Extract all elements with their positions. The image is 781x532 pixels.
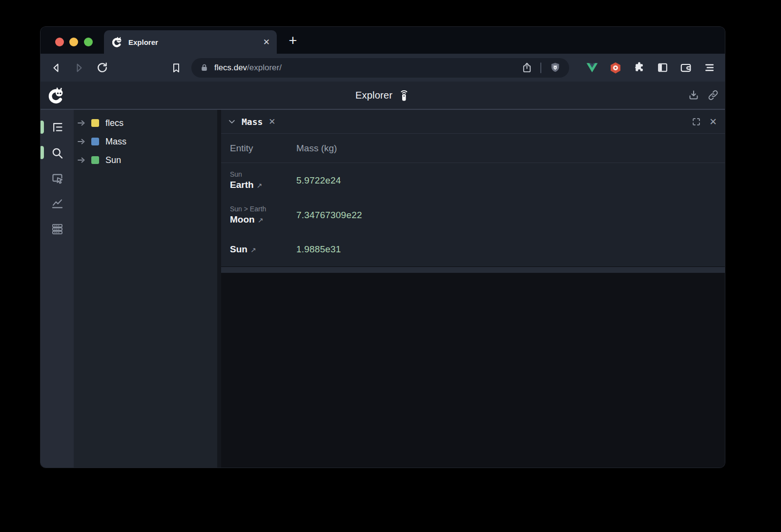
forward-button[interactable] bbox=[72, 61, 86, 75]
chevron-down-icon[interactable] bbox=[227, 117, 237, 126]
horizontal-resize-handle[interactable] bbox=[221, 266, 725, 273]
page-title: Explorer bbox=[355, 90, 392, 101]
open-entity-icon[interactable]: ↗ bbox=[258, 216, 264, 224]
column-header-mass: Mass (kg) bbox=[296, 143, 337, 154]
icon-sidebar bbox=[41, 110, 74, 468]
tree-item-label: Mass bbox=[105, 137, 126, 147]
url-path: /explorer/ bbox=[247, 63, 282, 72]
entity-tree-panel: flecs Mass Sun bbox=[74, 110, 217, 468]
entity-cell: Sun↗ bbox=[230, 243, 296, 256]
open-entity-icon[interactable]: ↗ bbox=[257, 182, 263, 189]
entity-parent-path: Sun bbox=[230, 170, 296, 179]
sidebar-item-search[interactable] bbox=[41, 140, 74, 165]
divider bbox=[540, 62, 541, 73]
tree-item-mass[interactable]: Mass bbox=[74, 132, 217, 151]
browser-tab-explorer[interactable]: Explorer ✕ bbox=[104, 30, 277, 54]
query-panel-close-button[interactable]: ✕ bbox=[709, 116, 717, 127]
sidebar-panel-icon[interactable] bbox=[656, 61, 669, 75]
minimize-window-button[interactable] bbox=[69, 38, 78, 46]
fullscreen-icon[interactable] bbox=[692, 117, 701, 126]
navigation-bar: flecs.dev/explorer/ bbox=[41, 54, 725, 82]
query-tab-label[interactable]: Mass bbox=[242, 117, 263, 127]
expand-arrow-icon[interactable] bbox=[77, 157, 87, 163]
entity-color-swatch bbox=[91, 156, 99, 164]
zoom-window-button[interactable] bbox=[84, 38, 93, 46]
table-row[interactable]: Sun Earth↗ 5.9722e24 bbox=[221, 163, 725, 198]
lock-icon bbox=[200, 63, 208, 72]
module-color-swatch bbox=[91, 119, 99, 127]
vue-devtools-icon[interactable] bbox=[585, 61, 599, 75]
table-row[interactable]: Sun > Earth Moon↗ 7.34767309e22 bbox=[221, 198, 725, 232]
entity-link[interactable]: Sun↗ bbox=[230, 243, 296, 256]
url-text: flecs.dev/explorer/ bbox=[214, 63, 282, 73]
flecs-favicon bbox=[111, 36, 123, 48]
search-icon bbox=[51, 146, 64, 160]
extensions-row bbox=[585, 61, 725, 75]
memory-rows-icon bbox=[51, 223, 64, 236]
column-header-entity: Entity bbox=[230, 143, 296, 154]
tree-item-label: flecs bbox=[105, 118, 123, 128]
sidebar-item-tree-view[interactable] bbox=[41, 115, 74, 140]
sidebar-item-chart[interactable] bbox=[41, 191, 74, 216]
component-color-swatch bbox=[91, 138, 99, 145]
panel-divider[interactable] bbox=[217, 110, 221, 468]
entity-cell: Sun > Earth Moon↗ bbox=[230, 205, 296, 226]
query-tab-header: Mass ✕ ✕ bbox=[221, 110, 725, 134]
reload-button[interactable] bbox=[95, 61, 109, 75]
entity-link[interactable]: Earth↗ bbox=[230, 179, 296, 192]
inspect-icon bbox=[51, 172, 64, 185]
brave-shield-icon[interactable] bbox=[549, 61, 561, 74]
browser-window: Explorer ✕ + flecs.dev/explorer/ bbox=[41, 27, 725, 468]
app-title-block: Explorer bbox=[41, 89, 725, 102]
main-panel: Mass ✕ ✕ Entity Mass (kg) Sun bbox=[221, 110, 725, 468]
mass-value: 5.9722e24 bbox=[296, 175, 341, 186]
tab-close-button[interactable]: ✕ bbox=[263, 38, 270, 46]
open-entity-icon[interactable]: ↗ bbox=[250, 246, 256, 254]
url-domain: flecs.dev bbox=[214, 63, 247, 72]
entity-link[interactable]: Moon↗ bbox=[230, 213, 296, 226]
tree-item-label: Sun bbox=[105, 155, 121, 165]
expand-arrow-icon[interactable] bbox=[77, 139, 87, 144]
tree-item-flecs[interactable]: flecs bbox=[74, 114, 217, 132]
tree-view-icon bbox=[51, 121, 64, 134]
hexagon-extension-icon[interactable] bbox=[609, 61, 622, 75]
query-results-panel: Mass ✕ ✕ Entity Mass (kg) Sun bbox=[221, 110, 725, 266]
sidebar-item-memory-rows[interactable] bbox=[41, 216, 74, 242]
table-row[interactable]: Sun↗ 1.9885e31 bbox=[221, 232, 725, 266]
mass-value: 1.9885e31 bbox=[296, 244, 341, 255]
sidebar-item-inspect[interactable] bbox=[41, 165, 74, 191]
table-header-row: Entity Mass (kg) bbox=[221, 134, 725, 163]
remote-connection-icon[interactable] bbox=[398, 89, 410, 102]
wallet-icon[interactable] bbox=[679, 61, 693, 75]
query-panel-actions: ✕ bbox=[692, 116, 717, 127]
mass-value: 7.34767309e22 bbox=[296, 210, 362, 221]
new-tab-button[interactable]: + bbox=[285, 32, 301, 49]
back-button[interactable] bbox=[49, 61, 63, 75]
entity-cell: Sun Earth↗ bbox=[230, 170, 296, 192]
menu-hamburger-icon[interactable] bbox=[702, 61, 716, 75]
query-tab-close-button[interactable]: ✕ bbox=[268, 117, 275, 127]
app-header: Explorer bbox=[41, 82, 725, 110]
bookmark-icon[interactable] bbox=[169, 61, 183, 75]
sidebar-active-indicator bbox=[41, 121, 44, 134]
expand-arrow-icon[interactable] bbox=[77, 120, 87, 126]
empty-canvas-area bbox=[221, 273, 725, 468]
tab-title: Explorer bbox=[128, 38, 263, 46]
url-bar[interactable]: flecs.dev/explorer/ bbox=[191, 58, 569, 78]
content-area: flecs Mass Sun bbox=[41, 110, 725, 468]
share-icon[interactable] bbox=[521, 62, 533, 73]
entity-parent-path: Sun > Earth bbox=[230, 205, 296, 213]
chart-icon bbox=[51, 197, 64, 210]
tab-strip: Explorer ✕ + bbox=[41, 27, 725, 54]
tree-item-sun[interactable]: Sun bbox=[74, 151, 217, 169]
close-window-button[interactable] bbox=[55, 38, 64, 46]
sidebar-active-indicator bbox=[41, 146, 44, 159]
extensions-puzzle-icon[interactable] bbox=[632, 61, 646, 75]
